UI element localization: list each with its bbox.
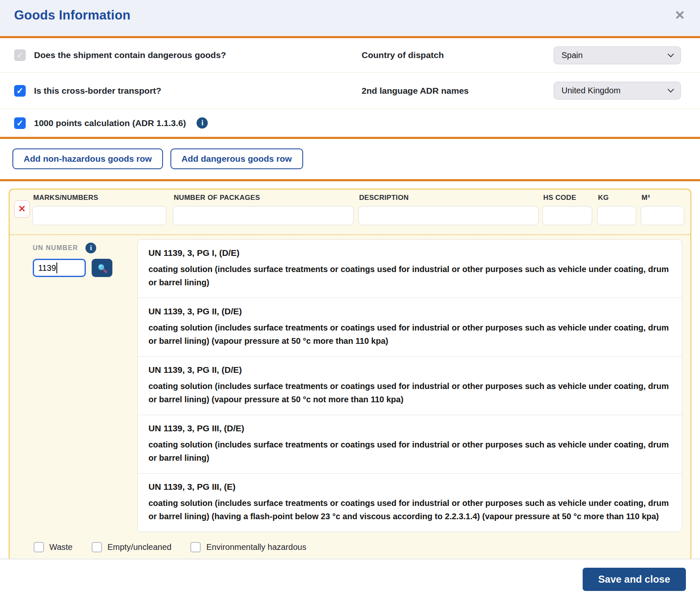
un-number-field-group: UN NUMBER i: [33, 239, 137, 277]
un-entry-title: UN 1139, 3, PG III, (D/E): [148, 423, 671, 433]
form-row-cross-border: ✓ Is this cross-border transport? 2nd la…: [0, 73, 700, 109]
list-item[interactable]: UN 1139, 3, PG II, (D/E) coating solutio…: [138, 298, 682, 357]
un-suggestions-panel: UN 1139, 3, PG I, (D/E) coating solution…: [137, 239, 682, 532]
un-entry-title: UN 1139, 3, PG II, (D/E): [148, 365, 671, 375]
waste-label: Waste: [49, 542, 73, 552]
dangerous-goods-label: Does the shipment contain dangerous good…: [34, 50, 226, 60]
info-icon[interactable]: i: [197, 117, 208, 129]
flag-empty-uncleaned: Empty/uncleaned: [92, 542, 172, 552]
check-icon: ✓: [17, 50, 24, 60]
environmentally-hazardous-checkbox[interactable]: [190, 542, 201, 552]
un-entry-title: UN 1139, 3, PG III, (E): [148, 482, 671, 492]
un-number-input[interactable]: [33, 259, 86, 277]
empty-uncleaned-label: Empty/uncleaned: [107, 542, 172, 552]
environmentally-hazardous-label: Environmentally hazardous: [206, 542, 306, 552]
kg-label: KG: [598, 194, 636, 202]
un-entry-title: UN 1139, 3, PG I, (D/E): [148, 248, 671, 258]
list-item[interactable]: UN 1139, 3, PG I, (D/E) coating solution…: [138, 240, 682, 298]
search-icon: [97, 263, 108, 274]
hs-code-input[interactable]: [542, 206, 592, 225]
kg-input[interactable]: [597, 206, 636, 225]
check-icon: ✓: [17, 118, 24, 128]
add-dangerous-button[interactable]: Add dangerous goods row: [170, 148, 303, 169]
form-row-dangerous-goods: ✓ Does the shipment contain dangerous go…: [0, 38, 700, 73]
chevron-down-icon: [668, 51, 674, 57]
empty-uncleaned-checkbox[interactable]: [92, 542, 102, 552]
column-hs-code: HS CODE: [542, 190, 592, 225]
flags-row: Waste Empty/uncleaned Environmentally ha…: [10, 532, 690, 555]
chevron-down-icon: [668, 86, 674, 93]
points-calculation-checkbox[interactable]: ✓: [14, 117, 26, 129]
delete-icon: ✕: [18, 204, 26, 214]
adr-language-value: United Kingdom: [561, 86, 620, 95]
save-and-close-button[interactable]: Save and close: [583, 568, 686, 591]
description-label: DESCRIPTION: [359, 194, 539, 202]
points-calculation-label: 1000 points calculation (ADR 1.1.3.6): [34, 118, 186, 128]
flag-environmentally-hazardous: Environmentally hazardous: [190, 542, 306, 552]
text-caret: [56, 263, 57, 273]
dangerous-goods-checkbox[interactable]: ✓: [14, 49, 26, 61]
adr-language-select[interactable]: United Kingdom: [554, 82, 681, 100]
number-of-packages-label: NUMBER OF PACKAGES: [174, 194, 354, 202]
list-item[interactable]: UN 1139, 3, PG III, (D/E) coating soluti…: [138, 415, 682, 474]
country-dispatch-label: Country of dispatch: [362, 50, 444, 60]
number-of-packages-input[interactable]: [173, 206, 354, 225]
column-marks-numbers: MARKS/NUMBERS: [32, 190, 166, 225]
cross-border-checkbox[interactable]: ✓: [14, 85, 26, 97]
column-kg: KG: [597, 190, 636, 225]
column-number-of-packages: NUMBER OF PACKAGES: [173, 190, 354, 225]
adr-language-label: 2nd language ADR names: [362, 86, 469, 96]
cross-border-label: Is this cross-border transport?: [34, 86, 161, 96]
modal-header: Goods Information ✕: [0, 0, 700, 38]
form-row-points-calculation: ✓ 1000 points calculation (ADR 1.1.3.6) …: [0, 109, 700, 137]
country-dispatch-value: Spain: [561, 51, 583, 60]
un-entry-description: coating solution (includes surface treat…: [148, 379, 671, 406]
column-description: DESCRIPTION: [358, 190, 539, 225]
page-title: Goods Information: [14, 8, 131, 23]
list-item[interactable]: UN 1139, 3, PG II, (D/E) coating solutio…: [138, 357, 682, 415]
un-entry-description: coating solution (includes surface treat…: [148, 496, 671, 523]
close-icon[interactable]: ✕: [675, 9, 685, 22]
un-number-section: UN NUMBER i UN 1139, 3, PG: [10, 235, 690, 532]
delete-row-button[interactable]: ✕: [14, 200, 30, 218]
m3-label: M³: [642, 194, 684, 202]
add-non-hazardous-button[interactable]: Add non-hazardous goods row: [12, 148, 163, 169]
country-dispatch-select[interactable]: Spain: [554, 46, 681, 64]
list-item[interactable]: UN 1139, 3, PG III, (E) coating solution…: [138, 474, 682, 532]
m3-input[interactable]: [641, 206, 684, 225]
marks-numbers-label: MARKS/NUMBERS: [33, 194, 166, 202]
un-number-label: UN NUMBER: [33, 244, 78, 252]
modal-footer: Save and close: [0, 559, 700, 591]
un-entry-title: UN 1139, 3, PG II, (D/E): [148, 306, 671, 316]
hs-code-label: HS CODE: [543, 194, 592, 202]
un-entry-description: coating solution (includes surface treat…: [148, 263, 671, 289]
column-m3: M³: [641, 190, 684, 225]
toolbar: Add non-hazardous goods row Add dangerou…: [0, 139, 700, 181]
goods-row-card: ✕ MARKS/NUMBERS NUMBER OF PACKAGES DESCR…: [9, 189, 691, 562]
flag-waste: Waste: [34, 542, 73, 552]
info-icon[interactable]: i: [85, 243, 96, 253]
un-entry-description: coating solution (includes surface treat…: [148, 438, 671, 464]
waste-checkbox[interactable]: [34, 542, 44, 552]
goods-row-header: ✕ MARKS/NUMBERS NUMBER OF PACKAGES DESCR…: [10, 190, 690, 234]
check-icon: ✓: [17, 86, 24, 96]
marks-numbers-input[interactable]: [32, 206, 166, 225]
description-input[interactable]: [358, 206, 539, 225]
un-entry-description: coating solution (includes surface treat…: [148, 321, 671, 348]
un-search-button[interactable]: [92, 259, 112, 277]
